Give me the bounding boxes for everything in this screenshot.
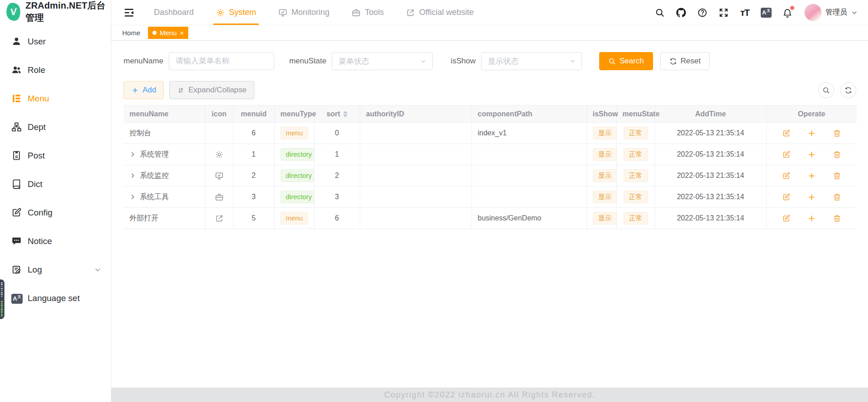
delete-row-button[interactable]: [833, 172, 841, 180]
search-button[interactable]: Search: [599, 52, 653, 70]
menu-state-placeholder: 菜单状态: [339, 56, 369, 67]
column-header-label: componentPath: [478, 110, 533, 118]
expand-row-icon[interactable]: [129, 194, 136, 200]
sidebar-item-log[interactable]: Log: [0, 255, 111, 284]
nav-item-tools[interactable]: Tools: [352, 0, 384, 25]
add-child-button[interactable]: [807, 172, 816, 180]
fullscreen-icon[interactable]: [718, 7, 729, 18]
table-toolbar: Add Expand/Collapse: [124, 81, 856, 99]
add-child-button[interactable]: [807, 150, 816, 159]
tab-label: Menu: [160, 29, 177, 37]
sidebar-item-dept[interactable]: Dept: [0, 113, 111, 141]
question-icon[interactable]: [697, 7, 708, 18]
cell-menu-type: menu: [274, 123, 314, 144]
delete-row-button[interactable]: [833, 214, 841, 223]
add-child-button[interactable]: [807, 193, 816, 201]
column-header-authorityID: authorityID: [360, 105, 472, 123]
sort-desc-caret[interactable]: [343, 115, 348, 117]
reset-button[interactable]: Reset: [660, 52, 710, 70]
delete-row-button[interactable]: [833, 150, 841, 159]
monitor-icon: [278, 8, 287, 17]
cell-add-time: 2022-05-13 21:35:14: [655, 208, 766, 229]
column-header-menuType: menuType: [274, 105, 314, 123]
search-icon[interactable]: [654, 7, 665, 18]
cell-is-show: 显示: [587, 144, 616, 165]
sidebar-item-menu[interactable]: Menu: [0, 84, 111, 113]
github-icon[interactable]: [676, 7, 687, 18]
bell-icon[interactable]: [782, 7, 793, 18]
table-row: 系统监控2directory2显示正常2022-05-13 21:35:14: [124, 165, 857, 187]
font-size-icon[interactable]: тT: [739, 7, 750, 18]
menu-state-tag: 正常: [624, 169, 648, 182]
delete-row-button[interactable]: [833, 193, 841, 201]
column-header-label: authorityID: [366, 110, 404, 118]
expand-collapse-button[interactable]: Expand/Collapse: [169, 81, 254, 99]
cell-sort: 3: [314, 187, 360, 208]
menu-state-select[interactable]: 菜单状态: [332, 52, 433, 70]
sidebar-item-label: Role: [28, 65, 45, 75]
add-child-button[interactable]: [807, 214, 816, 223]
sidebar-item-language-set[interactable]: A文Language set: [0, 284, 111, 312]
edit-row-button[interactable]: [782, 172, 791, 180]
config-icon: [11, 207, 22, 218]
nav-item-dashboard[interactable]: Dashboard: [154, 0, 194, 25]
menu-name-input[interactable]: [169, 52, 274, 70]
close-icon[interactable]: ×: [180, 29, 184, 36]
edit-row-button[interactable]: [782, 129, 791, 138]
edit-row-button[interactable]: [782, 150, 791, 159]
column-header-label: Operate: [798, 110, 825, 118]
row-actions: [773, 172, 851, 180]
cell-component-path: [472, 165, 587, 187]
menu-table: menuNameiconmenuidmenuTypesortauthorityI…: [124, 105, 857, 229]
is-show-label: isShow: [451, 57, 476, 66]
dict-icon: [11, 179, 22, 189]
nav-item-monitoring[interactable]: Monitoring: [278, 0, 329, 25]
edit-row-button[interactable]: [782, 214, 791, 223]
column-header-sort[interactable]: sort: [314, 105, 360, 123]
tab-home[interactable]: Home: [121, 27, 141, 38]
delete-row-button[interactable]: [833, 129, 841, 138]
nav-item-system[interactable]: System: [216, 0, 256, 25]
sidebar-collapse-icon[interactable]: [123, 7, 135, 19]
sidebar-item-user[interactable]: User: [0, 27, 111, 56]
add-button-label: Add: [143, 86, 156, 95]
add-child-button[interactable]: [807, 129, 816, 138]
sidebar-item-role[interactable]: Role: [0, 56, 111, 84]
add-button[interactable]: Add: [124, 81, 164, 99]
is-show-select[interactable]: 显示状态: [481, 52, 582, 70]
cell-operate: [766, 208, 857, 229]
toggle-search-button[interactable]: [818, 82, 834, 98]
cell-menu-state: 正常: [616, 144, 655, 165]
monitor-icon: [215, 172, 224, 180]
sidebar-item-label: Log: [28, 265, 42, 275]
nav-item-official-website[interactable]: Official website: [406, 0, 474, 25]
sort-asc-caret[interactable]: [343, 111, 348, 114]
cell-component-path: [472, 144, 587, 165]
sidebar-item-notice[interactable]: Notice: [0, 227, 111, 255]
cell-sort: 2: [314, 165, 360, 187]
search-icon: [822, 86, 830, 94]
translate-icon[interactable]: A文: [761, 7, 772, 18]
sidebar-item-dict[interactable]: Dict: [0, 170, 111, 198]
edit-row-button[interactable]: [782, 193, 791, 201]
logo-row[interactable]: V ZRAdmin.NET后台管理: [0, 0, 111, 24]
translate-icon: A文: [11, 293, 22, 303]
tab-menu[interactable]: Menu×: [148, 27, 188, 39]
external-link-icon: [406, 8, 415, 17]
cell-menu-state: 正常: [616, 165, 655, 187]
avatar[interactable]: [804, 4, 822, 21]
column-header-label: menuType: [281, 110, 316, 118]
refresh-table-button[interactable]: [840, 82, 856, 98]
cell-icon: [205, 144, 233, 165]
sidebar-item-post[interactable]: Post: [0, 141, 111, 170]
browser-extension-handle[interactable]: [0, 279, 5, 319]
expand-row-icon[interactable]: [129, 172, 136, 179]
column-header-label: isShow: [593, 110, 618, 118]
table-row: 系统管理1directory1显示正常2022-05-13 21:35:14: [124, 144, 857, 165]
expand-row-icon[interactable]: [129, 151, 136, 158]
sort-carets-icon[interactable]: [343, 111, 348, 117]
user-icon: [11, 36, 22, 47]
user-menu[interactable]: 管理员: [804, 4, 858, 21]
sidebar-item-config[interactable]: Config: [0, 198, 111, 227]
cell-menuid: 1: [233, 144, 274, 165]
